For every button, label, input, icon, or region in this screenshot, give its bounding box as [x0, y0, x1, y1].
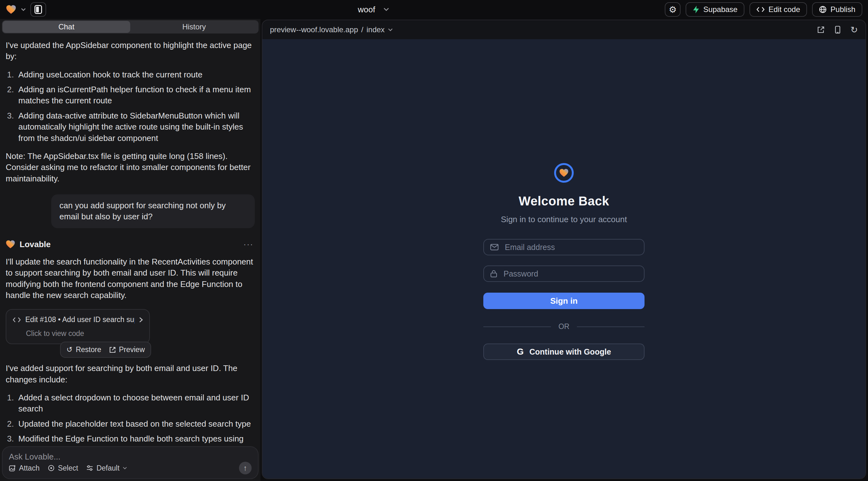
attach-button[interactable]: Attach	[9, 464, 39, 473]
list-item: 1. Added a select dropdown to choose bet…	[6, 392, 255, 415]
list-item: 2. Adding an isCurrentPath helper functi…	[6, 84, 255, 106]
supabase-button[interactable]: Supabase	[686, 2, 744, 17]
app-logo-heart-icon	[559, 168, 569, 177]
project-switcher[interactable]: woof	[358, 0, 389, 19]
google-sign-in-button[interactable]: G Continue with Google	[483, 344, 645, 360]
tab-chat[interactable]: Chat	[3, 21, 130, 33]
email-field[interactable]	[483, 239, 645, 255]
sign-in-card: Welcome Back Sign in to continue to your…	[483, 39, 645, 360]
list-item: 3. Adding data-active attribute to Sideb…	[6, 110, 255, 144]
lovable-app-window: woof ⚙ Supabase Edit code	[0, 0, 868, 481]
lovable-heart-icon	[6, 240, 15, 249]
welcome-title: Welcome Back	[519, 194, 609, 208]
mail-icon	[490, 244, 498, 250]
edit-code-label: Edit code	[769, 5, 800, 14]
user-message-text: can you add support for searching not on…	[59, 201, 226, 221]
assistant-message-text: I've added support for searching by both…	[6, 363, 255, 385]
preview-path: index	[366, 25, 384, 34]
edit-card-toolbar: ↺ Restore Preview	[60, 342, 151, 358]
preview-toolbar: preview--woof.lovable.app / index ↻	[262, 20, 865, 39]
settings-button[interactable]: ⚙	[665, 2, 681, 17]
preview-url: preview--woof.lovable.app	[270, 25, 358, 34]
chat-composer[interactable]: Attach Select	[2, 446, 258, 479]
preview-viewport: Welcome Back Sign in to continue to your…	[262, 39, 865, 478]
edit-card[interactable]: Edit #108 • Add user ID search supp... C…	[6, 309, 150, 344]
top-bar: woof ⚙ Supabase Edit code	[0, 0, 868, 19]
chat-message-list[interactable]: I've updated the AppSidebar component to…	[0, 33, 260, 446]
chat-history-tabs: Chat History	[2, 20, 258, 33]
welcome-subtitle: Sign in to continue to your account	[501, 215, 627, 224]
target-icon	[48, 464, 55, 472]
app-logo	[554, 163, 574, 183]
project-name: woof	[358, 5, 375, 14]
route-chevron-down-icon	[388, 28, 393, 31]
user-message-bubble: can you add support for searching not on…	[51, 194, 255, 228]
sliders-icon	[86, 464, 93, 472]
chat-panel: Chat History I've updated the AppSidebar…	[0, 19, 260, 481]
external-link-icon	[110, 347, 116, 353]
assistant-numbered-list: 1. Added a select dropdown to choose bet…	[6, 392, 255, 446]
sign-in-button[interactable]: Sign in	[483, 293, 645, 309]
lock-icon	[490, 270, 497, 278]
preview-button[interactable]: Preview	[110, 345, 145, 355]
list-item: 1. Adding useLocation hook to track the …	[6, 69, 255, 80]
send-button[interactable]: ↑	[239, 462, 252, 474]
toggle-sidebar-button[interactable]	[30, 2, 46, 17]
lovable-logo-heart-icon[interactable]	[6, 5, 17, 14]
chevron-right-icon	[139, 317, 143, 323]
message-more-menu[interactable]: ···	[243, 239, 253, 250]
publish-button[interactable]: Publish	[812, 2, 862, 17]
assistant-numbered-list: 1. Adding useLocation hook to track the …	[6, 69, 255, 144]
tab-history[interactable]: History	[130, 21, 258, 33]
assistant-name: Lovable	[20, 239, 51, 250]
password-field[interactable]	[483, 265, 645, 282]
assistant-header: Lovable ···	[6, 239, 255, 250]
arrow-up-icon: ↑	[243, 463, 247, 473]
assistant-message-text: I've updated the AppSidebar component to…	[6, 40, 255, 62]
edit-code-button[interactable]: Edit code	[749, 2, 807, 17]
assistant-message-text: I'll update the search functionality in …	[6, 256, 255, 301]
code-brackets-icon	[13, 317, 21, 323]
sidebar-panel-icon	[34, 5, 42, 14]
code-brackets-icon	[756, 7, 765, 12]
edit-card-subtitle: Click to view code	[26, 329, 143, 339]
restore-button[interactable]: ↺ Restore	[66, 345, 101, 355]
refresh-button[interactable]: ↻	[850, 25, 858, 35]
mode-selector[interactable]: Default	[86, 464, 127, 473]
preview-panel: preview--woof.lovable.app / index ↻	[262, 20, 866, 479]
google-g-icon: G	[517, 347, 524, 357]
supabase-bolt-icon	[692, 6, 700, 13]
password-input[interactable]	[502, 269, 638, 279]
edit-card-group: Edit #108 • Add user ID search supp... C…	[6, 309, 150, 358]
list-item: 3. Modified the Edge Function to handle …	[6, 433, 255, 446]
or-label: OR	[559, 322, 569, 331]
publish-label: Publish	[830, 5, 855, 14]
project-chevron-down-icon	[383, 8, 389, 11]
restore-icon: ↺	[66, 345, 72, 355]
gear-icon: ⚙	[669, 4, 677, 15]
chat-input[interactable]	[9, 452, 252, 462]
email-input[interactable]	[503, 242, 638, 253]
open-in-new-tab-button[interactable]	[817, 26, 825, 33]
mobile-view-button[interactable]	[835, 26, 840, 34]
list-item: 2. Updated the placeholder text based on…	[6, 418, 255, 429]
chevron-down-icon	[123, 467, 127, 470]
path-separator: /	[361, 25, 364, 34]
supabase-label: Supabase	[703, 5, 738, 14]
globe-icon	[819, 6, 827, 13]
select-element-button[interactable]: Select	[48, 464, 78, 473]
or-divider: OR	[483, 322, 645, 331]
edit-card-title: Edit #108 • Add user ID search supp...	[25, 315, 135, 325]
assistant-note-text: Note: The AppSidebar.tsx file is getting…	[6, 151, 255, 184]
preview-url-breadcrumb[interactable]: preview--woof.lovable.app / index	[270, 25, 393, 34]
attach-image-icon	[9, 464, 16, 472]
workspace-chevron-down-icon[interactable]	[21, 8, 26, 11]
